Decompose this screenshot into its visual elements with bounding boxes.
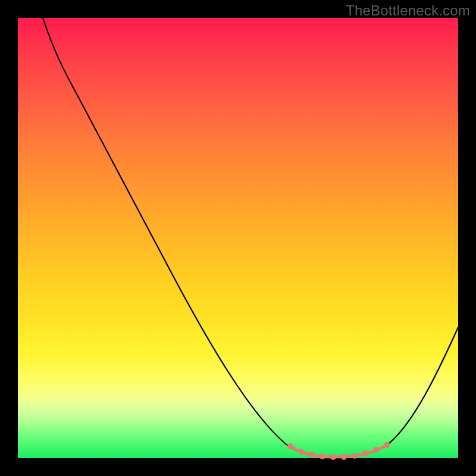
svg-point-4: [330, 454, 336, 460]
curve-highlight-markers: [287, 442, 390, 460]
svg-point-5: [341, 454, 347, 460]
svg-point-6: [352, 453, 358, 459]
chart-container: TheBottleneck.com: [0, 0, 476, 476]
watermark-text: TheBottleneck.com: [346, 2, 470, 19]
svg-point-1: [298, 449, 304, 455]
svg-point-2: [309, 452, 315, 458]
svg-point-9: [384, 442, 390, 448]
svg-point-8: [373, 447, 379, 453]
plot-area: [18, 18, 458, 458]
bottleneck-curve: [18, 18, 458, 458]
svg-point-0: [287, 443, 293, 449]
svg-point-3: [320, 453, 325, 459]
curve-main-path: [43, 18, 458, 457]
svg-point-7: [362, 450, 368, 456]
